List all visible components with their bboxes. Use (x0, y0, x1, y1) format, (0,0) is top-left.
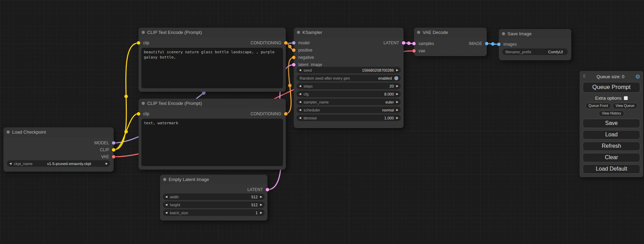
output-port-conditioning[interactable] (284, 112, 288, 116)
widget-batch-size[interactable]: ◀ batch_size 1 ▶ (163, 209, 265, 216)
node-title-bar[interactable]: Empty Latent Image (160, 175, 267, 184)
node-title-bar[interactable]: VAE Decode (414, 28, 487, 37)
node-clip-text-encode-negative[interactable]: CLIP Text Encode (Prompt) clip CONDITION… (139, 99, 286, 170)
decrement-arrow-icon[interactable]: ◀ (9, 162, 11, 165)
widget-label: steps (303, 84, 312, 88)
widget-ckpt-name[interactable]: ◀ ckpt_name v1-5-pruned-emaonly.ckpt ▶ (7, 160, 110, 167)
decrement-arrow-icon[interactable]: ◀ (299, 84, 301, 88)
widget-scheduler[interactable]: ◀ scheduler normal ▶ (297, 107, 401, 113)
collapse-dot-icon[interactable] (142, 102, 145, 105)
output-port-latent[interactable] (266, 188, 269, 191)
increment-arrow-icon[interactable]: ▶ (396, 108, 398, 111)
decrement-arrow-icon[interactable]: ◀ (165, 211, 167, 214)
widget-sampler-name[interactable]: ◀ sampler_name euler ▶ (297, 99, 401, 105)
increment-arrow-icon[interactable]: ▶ (260, 195, 262, 198)
collapse-dot-icon[interactable] (142, 31, 145, 34)
decrement-arrow-icon[interactable]: ◀ (165, 203, 167, 206)
node-save-image[interactable]: Save Image images filename_prefix ComfyU… (499, 29, 571, 60)
collapse-dot-icon[interactable] (7, 130, 10, 134)
output-port-clip[interactable] (112, 148, 115, 152)
decrement-arrow-icon[interactable]: ◀ (299, 108, 301, 111)
node-title-bar[interactable]: Load Checkpoint (3, 127, 114, 137)
widget-value: normal (382, 108, 394, 112)
view-queue-button[interactable]: View Queue (612, 103, 637, 109)
increment-arrow-icon[interactable]: ▶ (396, 100, 398, 103)
widget-width[interactable]: ◀ width 512 ▶ (163, 193, 265, 200)
node-title-bar[interactable]: Save Image (499, 29, 571, 38)
widget-label: seed (303, 68, 312, 72)
settings-gear-icon[interactable]: ⚙ (635, 73, 640, 80)
widget-height[interactable]: ◀ height 512 ▶ (163, 201, 265, 208)
output-label-conditioning: CONDITIONING (250, 111, 281, 117)
node-ksampler[interactable]: KSampler model positive negative latent_… (294, 28, 404, 128)
output-port-vae[interactable] (112, 155, 115, 159)
queue-size-label: Queue size: 0 (597, 74, 624, 79)
node-title-bar[interactable]: KSampler (294, 28, 404, 37)
input-label-clip: clip (143, 111, 149, 117)
increment-arrow-icon[interactable]: ▶ (396, 116, 398, 119)
widget-filename-prefix[interactable]: filename_prefix ComfyUI (502, 48, 568, 55)
queue-front-button[interactable]: Queue Front (585, 103, 611, 109)
toggle-knob[interactable] (394, 76, 398, 80)
extra-options-label: Extra options (595, 96, 621, 101)
input-port-samples[interactable] (412, 42, 416, 45)
queue-prompt-button[interactable]: Queue Prompt (583, 82, 640, 93)
input-port-clip[interactable] (137, 112, 140, 116)
decrement-arrow-icon[interactable]: ◀ (299, 100, 301, 103)
drag-handle-icon[interactable]: ⠿ (583, 74, 586, 79)
clear-button[interactable]: Clear (583, 153, 640, 162)
extra-options-checkbox[interactable] (624, 96, 628, 100)
widget-seed[interactable]: ◀ seed 156680208700286 ▶ (297, 67, 401, 73)
widget-denoise[interactable]: ◀ denoise 1.000 ▶ (297, 115, 401, 121)
input-port-positive[interactable] (292, 48, 295, 52)
node-vae-decode[interactable]: VAE Decode samples vae IMAGE (414, 28, 487, 56)
increment-arrow-icon[interactable]: ▶ (396, 69, 398, 72)
output-port-latent[interactable] (402, 41, 405, 45)
input-port-images[interactable] (497, 43, 501, 46)
widget-random-seed-toggle[interactable]: Random seed after every gen enabled (297, 75, 401, 81)
refresh-button[interactable]: Refresh (583, 142, 640, 151)
widget-cfg[interactable]: ◀ cfg 8.000 ▶ (297, 91, 401, 97)
load-button[interactable]: Load (583, 130, 640, 139)
input-port-latent-image[interactable] (292, 63, 295, 66)
input-port-model[interactable] (292, 41, 295, 45)
decrement-arrow-icon[interactable]: ◀ (299, 116, 301, 119)
link-midpoint-dot (491, 42, 495, 46)
output-label-model: MODEL (94, 140, 109, 146)
output-port-conditioning[interactable] (284, 41, 288, 45)
link-midpoint-dot (288, 84, 292, 87)
widget-steps[interactable]: ◀ steps 20 ▶ (297, 83, 401, 89)
view-history-button[interactable]: View History (599, 110, 624, 117)
node-title: CLIP Text Encode (Prompt) (147, 101, 202, 106)
node-empty-latent-image[interactable]: Empty Latent Image LATENT ◀ width 512 ▶ … (160, 175, 267, 220)
decrement-arrow-icon[interactable]: ◀ (165, 195, 167, 198)
decrement-arrow-icon[interactable]: ◀ (299, 69, 301, 72)
collapse-dot-icon[interactable] (297, 31, 300, 34)
output-port-image[interactable] (485, 42, 488, 45)
increment-arrow-icon[interactable]: ▶ (106, 162, 108, 165)
increment-arrow-icon[interactable]: ▶ (396, 84, 398, 88)
increment-arrow-icon[interactable]: ▶ (260, 203, 262, 206)
prompt-textarea[interactable]: text, watermark (141, 119, 283, 166)
collapse-dot-icon[interactable] (163, 178, 166, 181)
collapse-dot-icon[interactable] (502, 32, 505, 35)
node-title-bar[interactable]: CLIP Text Encode (Prompt) (139, 28, 286, 37)
node-load-checkpoint[interactable]: Load Checkpoint MODEL CLIP VAE ◀ ckpt_na… (3, 127, 114, 172)
node-title-bar[interactable]: CLIP Text Encode (Prompt) (139, 99, 286, 108)
increment-arrow-icon[interactable]: ▶ (396, 92, 398, 96)
input-port-clip[interactable] (137, 41, 140, 45)
collapse-dot-icon[interactable] (417, 31, 420, 34)
increment-arrow-icon[interactable]: ▶ (260, 211, 262, 214)
decrement-arrow-icon[interactable]: ◀ (299, 92, 301, 96)
input-port-vae[interactable] (412, 49, 416, 53)
prompt-textarea[interactable]: beautiful scenery nature glass bottle la… (141, 48, 283, 88)
widget-value: 1 (256, 211, 258, 215)
save-button[interactable]: Save (583, 119, 640, 128)
queue-panel[interactable]: ⠿ Queue size: 0 ⚙ Queue Prompt Extra opt… (580, 71, 643, 177)
node-clip-text-encode-positive[interactable]: CLIP Text Encode (Prompt) clip CONDITION… (139, 28, 286, 92)
input-port-negative[interactable] (292, 56, 295, 59)
widget-value: 156680208700286 (362, 68, 394, 72)
load-default-button[interactable]: Load Default (583, 164, 640, 174)
node-title: VAE Decode (423, 30, 448, 35)
output-port-model[interactable] (112, 141, 115, 145)
